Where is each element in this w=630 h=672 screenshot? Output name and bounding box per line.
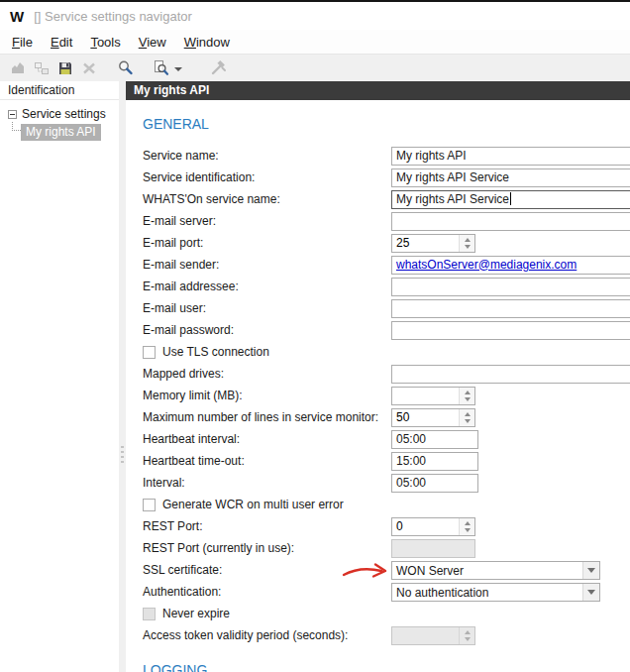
rest-port-input[interactable] — [392, 518, 459, 535]
form-row: Maximum number of lines in service monit… — [143, 406, 630, 428]
form-row: Heartbeat time-out: — [143, 450, 630, 472]
splitter-grip-icon[interactable] — [121, 446, 124, 464]
field-label: E-mail password: — [143, 323, 391, 337]
field-label: REST Port (currently in use): — [143, 541, 391, 555]
heartbeat-interval-input[interactable] — [391, 430, 478, 449]
search-icon[interactable] — [113, 57, 137, 79]
navigation-tree: Service settings My rights API — [0, 100, 119, 141]
spinner-buttons[interactable] — [459, 518, 474, 535]
form-row: E-mail server: — [143, 210, 630, 232]
email-password-input[interactable] — [391, 321, 630, 340]
rest-port-spinner[interactable] — [391, 517, 475, 536]
field-label: Maximum number of lines in service monit… — [143, 410, 391, 424]
rest-port-in-use-field — [391, 539, 475, 558]
authentication-dropdown[interactable]: No authentication — [391, 583, 600, 602]
form-row: Service name: — [143, 145, 630, 167]
spin-up-icon[interactable] — [465, 409, 471, 416]
tree-node-my-rights-api[interactable]: My rights API — [12, 122, 119, 141]
tree-elbow-line — [12, 122, 21, 131]
email-port-input[interactable] — [392, 235, 459, 252]
spin-down-icon[interactable] — [465, 397, 471, 404]
form-row: Never expire — [143, 603, 630, 624]
form-row: Use TLS connection — [143, 341, 630, 363]
menu-view[interactable]: View — [130, 32, 175, 53]
panel-splitter[interactable] — [119, 81, 126, 672]
interval-input[interactable] — [391, 474, 478, 493]
heartbeat-timeout-input[interactable] — [391, 452, 478, 471]
spin-down-icon[interactable] — [465, 245, 471, 252]
window-title: [] Service settings navigator — [34, 9, 192, 24]
dropdown-arrow-icon[interactable] — [582, 584, 599, 601]
field-label: Mapped drives: — [143, 367, 391, 381]
spin-down-icon[interactable] — [465, 528, 471, 535]
form-row: Memory limit (MB): — [143, 385, 630, 406]
menu-tools[interactable]: Tools — [81, 32, 129, 53]
email-port-spinner[interactable] — [391, 234, 475, 253]
field-label: REST Port: — [143, 519, 391, 533]
selected-tree-item[interactable]: My rights API — [21, 124, 101, 141]
email-user-input[interactable] — [391, 299, 630, 318]
field-label: Memory limit (MB): — [143, 389, 391, 402]
max-lines-spinner[interactable] — [391, 408, 475, 427]
field-label: E-mail sender: — [143, 258, 391, 272]
tree-node-service-settings[interactable]: Service settings — [8, 106, 119, 122]
text-caret — [510, 192, 511, 205]
field-label: E-mail port: — [143, 236, 391, 250]
tree-collapse-icon[interactable] — [8, 110, 17, 119]
field-label: Interval: — [143, 476, 391, 490]
section-logging: LOGGING — [143, 662, 630, 672]
form-row: E-mail user: — [143, 297, 630, 319]
form-row: E-mail addressee: — [143, 276, 630, 297]
settings-form: GENERAL Service name: Service identifica… — [126, 100, 630, 672]
max-lines-input[interactable] — [392, 409, 459, 426]
form-row: Heartbeat interval: — [143, 428, 630, 450]
title-bar: W [] Service settings navigator — [0, 0, 630, 30]
email-addressee-input[interactable] — [391, 278, 630, 296]
form-row: E-mail port: — [143, 232, 630, 254]
use-tls-checkbox[interactable] — [143, 346, 156, 359]
spin-up-icon[interactable] — [465, 518, 471, 525]
email-server-input[interactable] — [391, 212, 630, 231]
email-sender-field[interactable]: whatsOnServer@mediagenix.com — [391, 256, 630, 275]
email-sender-link[interactable]: whatsOnServer@mediagenix.com — [396, 258, 577, 272]
mapped-drives-input[interactable] — [391, 365, 630, 384]
whatson-service-name-input[interactable]: My rights API Service — [391, 190, 630, 209]
dropdown-arrow-icon[interactable] — [582, 562, 599, 579]
menu-file[interactable]: File — [3, 32, 42, 53]
search-dropdown-arrow-icon[interactable] — [174, 67, 182, 75]
sidebar: Identification Service settings My right… — [0, 81, 119, 672]
spinner-buttons[interactable] — [459, 388, 474, 404]
form-row: SSL certificate: WON Server — [143, 559, 630, 581]
spin-down-icon[interactable] — [465, 419, 471, 426]
field-label: Heartbeat interval: — [143, 432, 391, 446]
field-label: Authentication: — [143, 585, 391, 599]
spin-up-icon[interactable] — [465, 235, 471, 242]
content-area: Identification Service settings My right… — [0, 81, 630, 672]
service-name-input[interactable] — [391, 147, 630, 166]
field-label: E-mail addressee: — [143, 280, 391, 293]
generate-wcr-checkbox[interactable] — [143, 499, 156, 511]
checkbox-label: Use TLS connection — [162, 345, 269, 359]
main-panel: My rights API GENERAL Service name: Serv… — [126, 81, 630, 672]
form-row: E-mail sender: whatsOnServer@mediagenix.… — [143, 254, 630, 276]
hierarchy-icon — [30, 57, 53, 79]
form-row: REST Port: — [143, 515, 630, 537]
ssl-certificate-dropdown[interactable]: WON Server — [391, 561, 600, 580]
save-icon[interactable] — [53, 57, 77, 79]
spinner-buttons[interactable] — [459, 235, 474, 252]
field-label: WHATS'On service name: — [143, 192, 391, 206]
field-label: Service name: — [143, 149, 391, 163]
spin-down-icon — [465, 637, 471, 644]
spin-up-icon[interactable] — [465, 388, 471, 394]
memory-limit-input[interactable] — [392, 388, 459, 404]
memory-limit-spinner[interactable] — [391, 387, 475, 405]
search-document-icon[interactable] — [149, 57, 172, 79]
spinner-buttons — [459, 627, 474, 644]
menu-window[interactable]: Window — [175, 32, 239, 53]
form-row: WHATS'On service name: My rights API Ser… — [143, 188, 630, 210]
field-label: Heartbeat time-out: — [143, 454, 391, 468]
service-identification-input[interactable] — [391, 168, 630, 187]
section-general: GENERAL — [143, 116, 630, 132]
spinner-buttons[interactable] — [459, 409, 474, 426]
menu-edit[interactable]: Edit — [42, 32, 81, 53]
